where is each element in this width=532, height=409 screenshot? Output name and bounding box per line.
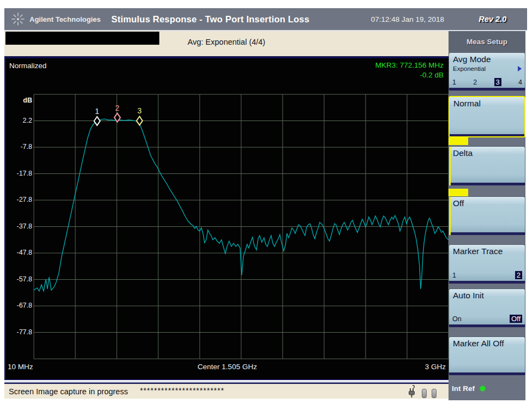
y-tick-label: -27.8 [6,196,32,203]
marker-number-2: 2 [115,104,119,112]
datetime-display: 07:12:48 Jan 19, 2018 [371,8,444,30]
y-tick-label: -57.8 [6,275,32,283]
yellow-highlight-fragment [449,189,468,196]
avg-mode-title: Avg Mode [453,55,522,64]
marker-trace-options: 1 2 [452,271,522,279]
normalized-label: Normalized [9,62,46,70]
int-ref-indicator: Int Ref [452,384,485,393]
marker-diamond-1 [94,117,100,125]
brand: Agilent Technologies [11,8,101,30]
normal-label: Normal [453,99,521,109]
int-ref-label: Int Ref [452,384,475,393]
title-bar: Agilent Technologies Stimulus Response -… [4,8,527,30]
avg-count-2: 2 [473,79,477,86]
x-axis-stop-label: 3 GHz [425,363,446,371]
avg-count-row: 1 2 3 4 [452,78,522,86]
y-tick-label: -17.8 [6,170,32,177]
softkey-off[interactable]: Off [449,196,525,235]
softkey-avg-mode[interactable]: Avg Mode Exponential 1 2 3 4 [449,52,525,91]
plot-inner: 123 Normalized MKR3: 772.156 MHz -0.2 dB… [6,58,449,379]
y-tick-label: -67.8 [6,302,32,309]
instrument-screen: Agilent Technologies Stimulus Response -… [0,0,532,409]
x-axis-center-label: Center 1.505 GHz [6,363,449,371]
marker-number-1: 1 [95,107,99,116]
trace-plot-svg: 123 [6,58,449,379]
marker-readout-freq: MKR3: 772.156 MHz [375,61,444,70]
y-axis-unit: dB [6,97,32,104]
measurement-title: Stimulus Response - Two Port Insertion L… [111,8,309,30]
marker-all-off-label: Marker All Off [453,339,522,348]
y-tick-label: -7.8 [6,143,32,151]
battery-icon [422,389,427,398]
softkey-delta[interactable]: Delta [449,146,525,185]
status-message-row: Screen Image capture in progress *******… [9,383,224,400]
y-tick-label: -47.8 [6,249,32,256]
status-progress: ************************ [140,386,224,395]
brand-name: Agilent Technologies [29,15,101,23]
status-message: Screen Image capture in progress [9,387,128,396]
yellow-highlight-fragment [449,137,468,145]
avg-count-4: 4 [518,79,522,86]
annotation-bar: Avg: Exponential (4/4) [4,31,449,56]
avg-count-3-selected: 3 [494,78,501,86]
marker-readout-amp: -0.2 dB [375,70,444,80]
status-icons [407,385,437,398]
off-label: Off [453,199,522,208]
agilent-spark-logo-icon [11,12,25,26]
menu-title: Meas Setup [449,31,525,52]
marker-trace-title: Marker Trace [453,246,522,256]
marker-trace-option-2-selected: 2 [515,271,522,279]
avg-count-1: 1 [452,79,456,86]
firmware-rev: Rev 2.0 [479,8,506,30]
softkey-marker-trace[interactable]: Marker Trace 1 2 [449,244,525,284]
x-axis-labels: 10 MHz Center 1.505 GHz 3 GHz [6,363,449,375]
y-tick-label: -37.8 [6,222,32,230]
softkey-normal[interactable]: Normal [449,96,525,137]
marker-diamond-3 [136,116,142,125]
auto-init-options: On Off [452,315,522,323]
redacted-region [5,32,159,45]
y-tick-label: 2.2 [6,117,32,124]
auto-init-option-on: On [452,315,462,323]
battery-icon [432,389,437,398]
y-tick-label: -77.8 [6,328,32,336]
softkey-marker-all-off[interactable]: Marker All Off [449,336,525,375]
marker-readout: MKR3: 772.156 MHz -0.2 dB [375,61,444,80]
auto-init-title: Auto Init [453,291,522,300]
auto-init-option-off-selected: Off [510,315,522,323]
status-bar: Screen Image capture in progress *******… [4,382,449,399]
trace-display-panel: 123 Normalized MKR3: 772.156 MHz -0.2 dB… [4,56,449,380]
int-ref-led-icon [480,386,485,391]
softkey-menu: Meas Setup Avg Mode Exponential 1 2 3 4 … [449,31,525,400]
marker-number-3: 3 [138,106,142,115]
submenu-arrow-icon [518,66,522,71]
ac-power-plug-icon [407,385,417,398]
softkey-auto-init[interactable]: Auto Init On Off [449,288,525,327]
avg-mode-value: Exponential [453,65,486,72]
delta-label: Delta [453,148,522,158]
marker-trace-option-1: 1 [452,272,456,279]
